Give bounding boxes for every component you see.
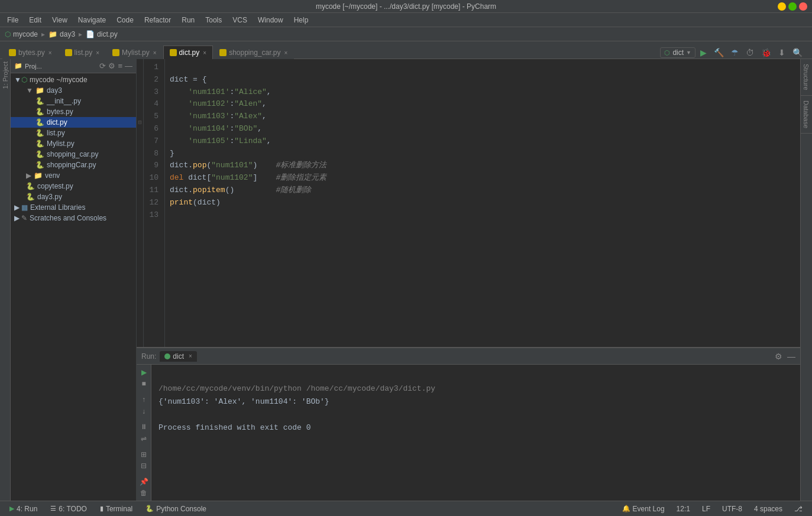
menu-help[interactable]: Help: [289, 15, 313, 25]
search-everywhere-button[interactable]: 🔍: [790, 47, 805, 59]
folder-icon: 📁: [48, 30, 57, 38]
run-config-selector[interactable]: ⬡ dict ▼: [660, 47, 695, 58]
run-stop-button[interactable]: ■: [138, 379, 150, 390]
tree-label-mylist: Mylist.py: [47, 139, 75, 148]
debug-button[interactable]: 🐞: [759, 47, 774, 59]
sidebar-sync-icon[interactable]: ⟳: [99, 61, 106, 70]
menu-window[interactable]: Window: [253, 15, 288, 25]
py-copytest-icon: 🐍: [26, 182, 35, 190]
maximize-button[interactable]: [788, 2, 797, 11]
tree-item-mylist[interactable]: 🐍 Mylist.py: [11, 138, 136, 149]
run-compare-button[interactable]: ⊞: [138, 449, 150, 460]
status-todo-item[interactable]: ☰ 6: TODO: [46, 504, 92, 514]
run-layout-button[interactable]: ⊟: [138, 460, 150, 471]
py-shopping-car-icon: 🐍: [35, 150, 44, 158]
status-terminal-item[interactable]: ▮ Terminal: [95, 504, 137, 514]
run-trash-button[interactable]: 🗑: [138, 488, 150, 499]
vcs-button[interactable]: ⬇: [776, 47, 788, 59]
tree-item-shopping-car2[interactable]: 🐍 shoppingCar.py: [11, 160, 136, 170]
menu-tools[interactable]: Tools: [200, 15, 227, 25]
run-tab-dict[interactable]: dict ×: [160, 351, 197, 362]
run-content: /home/cc/mycode/venv/bin/python /home/cc…: [151, 365, 800, 501]
tree-item-root[interactable]: ▼ ⬡ mycode ~/mycode: [11, 74, 136, 85]
status-run-item[interactable]: ▶ 4: Run: [5, 504, 42, 514]
breadcrumb-bar: ⬡ mycode ▸ 📁 day3 ▸ 📄 dict.py: [0, 27, 812, 41]
sidebar-minimize-icon[interactable]: —: [125, 61, 132, 70]
run-settings-icon[interactable]: ⚙: [775, 352, 782, 361]
scratch-icon: ✎: [21, 214, 27, 222]
right-tab-structure[interactable]: Structure: [801, 59, 812, 96]
breadcrumb-day3[interactable]: day3: [60, 30, 75, 38]
tab-bytes-close[interactable]: ×: [48, 50, 52, 56]
status-event-log[interactable]: 🔔 Event Log: [617, 504, 669, 514]
tab-list-py[interactable]: list.py ×: [59, 46, 106, 59]
breadcrumb-file[interactable]: dict.py: [97, 30, 118, 38]
run-command-line: /home/cc/mycode/venv/bin/python /home/cc…: [158, 384, 435, 393]
tree-item-dict[interactable]: 🐍 dict.py: [11, 117, 136, 128]
line-numbers: 1 2 3 4 5 6 7 8 9 10 11 12 13: [144, 59, 165, 347]
menu-code[interactable]: Code: [112, 15, 138, 25]
tab-dict-py[interactable]: dict.py ×: [163, 46, 213, 59]
run-tab-close[interactable]: ×: [189, 353, 192, 359]
tree-item-list[interactable]: 🐍 list.py: [11, 128, 136, 138]
run-pin-button[interactable]: 📌: [138, 476, 150, 487]
run-pause-button[interactable]: ⏸: [138, 422, 150, 433]
project-panel-tab[interactable]: 1: Project: [0, 59, 11, 501]
menu-vcs[interactable]: VCS: [228, 15, 252, 25]
py-dict-icon: 🐍: [35, 118, 44, 126]
tab-mylist-close[interactable]: ×: [153, 50, 157, 56]
status-cursor[interactable]: 12:1: [672, 504, 695, 514]
right-tab-database[interactable]: Database: [801, 96, 812, 134]
menu-file[interactable]: File: [2, 15, 23, 25]
status-indent[interactable]: 4 spaces: [749, 504, 787, 514]
tree-label-day3: day3: [47, 86, 62, 95]
status-python-console-item[interactable]: 🐍 Python Console: [141, 504, 211, 514]
tree-item-venv[interactable]: ▶ 📁 venv: [11, 170, 136, 181]
run-button[interactable]: ▶: [698, 47, 709, 59]
minimize-button[interactable]: [778, 2, 786, 11]
tab-shopping-py[interactable]: shopping_car.py ×: [213, 46, 294, 59]
tree-item-bytes[interactable]: 🐍 bytes.py: [11, 106, 136, 117]
tree-item-ext-lib[interactable]: ▶ ▦ External Libraries: [11, 202, 136, 213]
close-button[interactable]: [799, 2, 807, 11]
status-event-log-label: Event Log: [633, 505, 665, 513]
menu-navigate[interactable]: Navigate: [73, 15, 111, 25]
tree-item-day3py[interactable]: 🐍 day3.py: [11, 192, 136, 202]
tab-shopping-close[interactable]: ×: [284, 50, 288, 56]
run-scroll-down[interactable]: ↓: [138, 406, 150, 417]
menu-run[interactable]: Run: [177, 15, 199, 25]
profile-button[interactable]: ⏱: [743, 47, 756, 59]
run-config-name: dict: [672, 48, 684, 57]
tree-item-shopping-car[interactable]: 🐍 shopping_car.py: [11, 149, 136, 160]
run-play-button[interactable]: ▶: [138, 367, 150, 378]
menu-view[interactable]: View: [47, 15, 72, 25]
run-softrap-button[interactable]: ⇌: [138, 433, 150, 444]
project-panel-label[interactable]: 1: Project: [0, 59, 10, 91]
menu-edit[interactable]: Edit: [24, 15, 46, 25]
code-content[interactable]: dict = { 'num1101':"Alice", 'num1102':"A…: [165, 59, 800, 347]
status-spaces: 4 spaces: [754, 505, 782, 513]
build-button[interactable]: 🔨: [711, 47, 726, 59]
run-minimize-icon[interactable]: —: [787, 352, 795, 361]
tree-expand-ext: ▶: [14, 203, 19, 212]
tab-dict-close[interactable]: ×: [203, 50, 206, 56]
tab-bytes-py[interactable]: bytes.py ×: [2, 46, 59, 59]
tree-item-day3[interactable]: ▼ 📁 day3: [11, 85, 136, 96]
tab-mylist-py[interactable]: Mylist.py ×: [106, 46, 163, 59]
menu-refactor[interactable]: Refactor: [140, 15, 176, 25]
tree-item-scratches[interactable]: ▶ ✎ Scratches and Consoles: [11, 213, 136, 223]
tree-item-init[interactable]: 🐍 __init__.py: [11, 96, 136, 106]
breadcrumb-mycode[interactable]: mycode: [13, 30, 38, 38]
status-encoding[interactable]: UTF-8: [717, 504, 747, 514]
status-git-icon[interactable]: ⎇: [790, 504, 807, 514]
run-scroll-up[interactable]: ↑: [138, 394, 150, 405]
sidebar-folder-icon: 📁: [14, 62, 22, 70]
sidebar-gear-icon[interactable]: ⚙: [108, 61, 115, 70]
window-controls[interactable]: [778, 2, 807, 11]
tree-item-copytest[interactable]: 🐍 copytest.py: [11, 181, 136, 192]
tab-list-close[interactable]: ×: [96, 50, 99, 56]
sidebar-config-icon[interactable]: ≡: [118, 61, 122, 70]
status-line-sep[interactable]: LF: [697, 504, 715, 514]
py-shopping-car2-icon: 🐍: [35, 161, 44, 169]
coverage-button[interactable]: ☂: [729, 47, 741, 59]
